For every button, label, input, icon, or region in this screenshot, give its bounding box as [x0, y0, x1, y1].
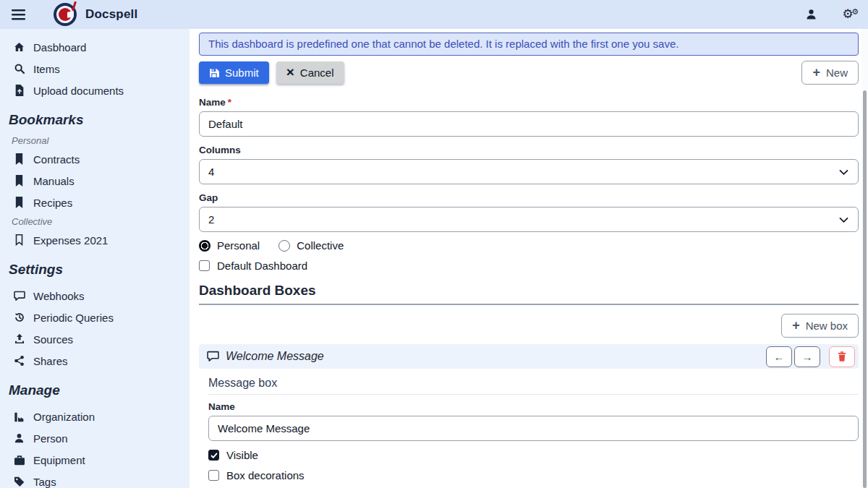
plus-icon: +: [812, 66, 820, 79]
gap-label: Gap: [199, 192, 859, 203]
sidebar-item-tags[interactable]: Tags: [9, 471, 184, 488]
gap-select[interactable]: 2: [199, 207, 859, 232]
sidebar-item-label: Equipment: [33, 454, 85, 466]
trash-icon: [838, 351, 846, 361]
gap-value: 2: [208, 213, 214, 226]
sidebar-section-settings: Settings: [9, 262, 184, 278]
sidebar-item-organization[interactable]: Organization: [9, 406, 184, 427]
radio-collective[interactable]: Collective: [278, 239, 344, 252]
sidebar-item-manuals[interactable]: Manuals: [9, 170, 184, 192]
sidebar-item-recipes[interactable]: Recipes: [9, 192, 184, 213]
home-icon: [13, 41, 25, 53]
scrollbar-thumb[interactable]: [863, 90, 867, 488]
sidebar-item-label: Tags: [33, 476, 56, 488]
sidebar-item-equipment[interactable]: Equipment: [9, 449, 184, 471]
default-dashboard-checkbox-row[interactable]: Default Dashboard: [199, 260, 859, 272]
share-icon: [13, 355, 25, 367]
cancel-button[interactable]: × Cancel: [276, 61, 344, 84]
main-content: This dashboard is predefined one that ca…: [190, 29, 868, 488]
user-icon[interactable]: [805, 8, 817, 21]
new-dashboard-button[interactable]: + New: [801, 61, 859, 85]
visible-checkbox-row[interactable]: Visible: [208, 449, 859, 461]
columns-label: Columns: [199, 145, 859, 155]
dashboard-boxes-heading: Dashboard Boxes: [199, 283, 859, 305]
box-body: Message box Name Visible Box decorations…: [199, 377, 859, 488]
sidebar: Dasbhoard Items Upload documents Bookmar…: [0, 29, 190, 488]
bookmark-group-collective: Collective: [12, 216, 184, 227]
predefined-dashboard-notice: This dashboard is predefined one that ca…: [199, 33, 859, 56]
sidebar-item-label: Organization: [33, 411, 95, 423]
submit-button[interactable]: Submit: [199, 61, 269, 84]
industry-icon: [13, 411, 25, 422]
sidebar-item-label: Expenses 2021: [33, 234, 108, 247]
move-box-right-button[interactable]: →: [794, 346, 820, 367]
default-dashboard-label: Default Dashboard: [217, 260, 307, 272]
plus-icon: +: [792, 319, 800, 332]
sidebar-item-label: Dasbhoard: [33, 41, 86, 53]
file-upload-icon: [13, 85, 25, 96]
menu-icon[interactable]: [12, 4, 36, 25]
chevron-down-icon: [839, 217, 848, 223]
columns-value: 4: [208, 166, 214, 178]
sidebar-item-label: Items: [33, 63, 60, 75]
radio-selected-icon: [199, 240, 210, 252]
box-name-label: Name: [208, 401, 859, 412]
sidebar-item-label: Shares: [33, 355, 68, 367]
sidebar-item-person[interactable]: Person: [9, 427, 184, 449]
arrow-left-icon: ←: [774, 351, 785, 363]
bookmark-group-personal: Personal: [12, 135, 184, 146]
radio-unselected-icon: [278, 240, 290, 252]
bookmark-solid-icon: [13, 175, 25, 187]
sidebar-item-periodic-queries[interactable]: Periodic Queries: [9, 307, 184, 328]
arrow-right-icon: →: [802, 351, 813, 363]
brand-title[interactable]: Docspell: [85, 7, 137, 22]
new-box-label: New box: [806, 320, 848, 332]
sidebar-item-contracts[interactable]: Contracts: [9, 148, 184, 170]
upload-icon: [13, 333, 25, 345]
box-name-input[interactable]: [208, 416, 859, 441]
docspell-logo[interactable]: [54, 3, 77, 26]
radio-personal-label: Personal: [217, 239, 260, 252]
delete-box-button[interactable]: [829, 346, 855, 367]
top-navbar: Docspell ⚙⚙: [0, 0, 868, 29]
sidebar-section-bookmarks: Bookmarks: [9, 112, 184, 128]
radio-collective-label: Collective: [297, 239, 344, 252]
box-decorations-checkbox-row[interactable]: Box decorations: [208, 469, 859, 481]
visible-label: Visible: [226, 449, 258, 461]
checkbox-unchecked-icon: [208, 470, 219, 481]
sidebar-item-items[interactable]: Items: [9, 58, 184, 80]
sidebar-item-label: Periodic Queries: [33, 312, 114, 324]
move-box-left-button[interactable]: ←: [766, 346, 792, 367]
sidebar-item-label: Recipes: [33, 197, 72, 209]
radio-personal[interactable]: Personal: [199, 239, 260, 252]
checkbox-unchecked-icon: [199, 260, 210, 271]
sidebar-item-shares[interactable]: Shares: [9, 350, 184, 372]
sidebar-item-label: Webhooks: [33, 290, 85, 302]
sidebar-section-manage: Manage: [9, 382, 184, 398]
sidebar-item-sources[interactable]: Sources: [9, 328, 184, 350]
search-icon: [13, 63, 25, 74]
box-header-welcome-message: Welcome Message ← →: [199, 344, 859, 369]
required-asterisk: *: [228, 97, 231, 108]
scrollbar-track[interactable]: [861, 29, 868, 488]
box-type-label: Message box: [208, 377, 859, 395]
cogs-icon[interactable]: ⚙⚙: [839, 7, 856, 22]
sidebar-item-expenses-2021[interactable]: Expenses 2021: [9, 229, 184, 251]
checkbox-checked-icon: [208, 450, 219, 461]
sidebar-item-webhooks[interactable]: Webhooks: [9, 285, 184, 307]
sidebar-item-label: Upload documents: [33, 85, 124, 97]
sidebar-item-dashboard[interactable]: Dasbhoard: [9, 36, 184, 58]
dashboard-name-input[interactable]: [199, 111, 859, 137]
columns-select[interactable]: 4: [199, 159, 859, 184]
save-icon: [209, 68, 219, 78]
box-title: Welcome Message: [226, 350, 324, 363]
submit-label: Submit: [225, 67, 259, 79]
sidebar-item-label: Sources: [33, 333, 73, 346]
sidebar-item-label: Manuals: [33, 175, 75, 187]
comment-icon: [207, 351, 219, 362]
sidebar-item-upload-documents[interactable]: Upload documents: [9, 80, 184, 101]
sidebar-item-label: Person: [33, 432, 68, 445]
new-box-button[interactable]: + New box: [781, 314, 859, 338]
bookmark-solid-icon: [13, 153, 25, 165]
comment-icon: [13, 291, 25, 301]
